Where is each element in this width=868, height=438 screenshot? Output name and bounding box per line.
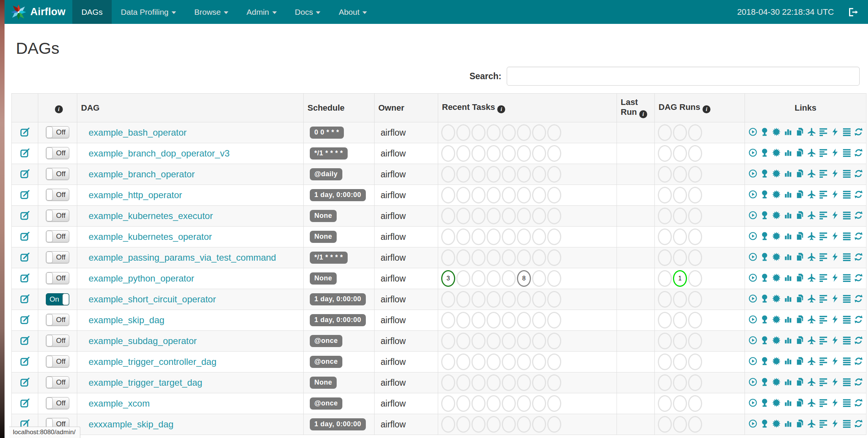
task-tries-icon[interactable]: Task Tries xyxy=(795,127,804,136)
task-duration-icon[interactable]: Task Duration xyxy=(784,357,793,366)
dag-run-circle[interactable] xyxy=(658,333,672,349)
dag-run-circle[interactable] xyxy=(673,291,687,308)
task-state-circle[interactable] xyxy=(547,187,561,203)
dag-link[interactable]: example_subdag_operator xyxy=(89,336,197,346)
dag-link[interactable]: example_trigger_target_dag xyxy=(89,377,202,388)
dag-pause-toggle[interactable]: Off xyxy=(46,189,69,201)
gantt-view-icon[interactable]: Gantt View xyxy=(819,211,828,220)
graph-view-icon[interactable]: Graph View xyxy=(772,357,781,366)
task-state-circle[interactable] xyxy=(547,145,561,162)
dag-run-circle[interactable] xyxy=(658,291,672,308)
logs-icon[interactable]: Logs xyxy=(842,357,851,366)
dag-link[interactable]: example_branch_dop_operator_v3 xyxy=(89,148,229,158)
info-icon[interactable]: i xyxy=(703,105,710,113)
dag-run-circle[interactable] xyxy=(673,124,687,141)
task-state-circle[interactable] xyxy=(441,187,455,203)
task-state-circle[interactable] xyxy=(532,416,546,433)
trigger-dag-icon[interactable]: Trigger Dag xyxy=(748,273,757,282)
task-tries-icon[interactable]: Task Tries xyxy=(795,211,804,220)
edit-dag-icon[interactable] xyxy=(20,356,30,366)
info-icon[interactable]: i xyxy=(497,105,505,113)
tree-view-icon[interactable]: Tree View xyxy=(760,232,769,241)
brand[interactable]: Airflow xyxy=(5,0,72,24)
task-state-circle[interactable] xyxy=(487,145,501,162)
task-state-circle[interactable] xyxy=(502,145,516,162)
task-state-circle[interactable] xyxy=(517,374,531,391)
dag-run-circle[interactable] xyxy=(688,416,702,433)
dag-run-circle[interactable] xyxy=(688,166,702,183)
dag-pause-toggle[interactable]: Off xyxy=(46,355,69,368)
task-state-circle[interactable] xyxy=(547,124,561,141)
gantt-view-icon[interactable]: Gantt View xyxy=(819,398,828,407)
task-state-circle[interactable] xyxy=(456,374,470,391)
code-view-icon[interactable]: Code View xyxy=(831,190,840,199)
logs-icon[interactable]: Logs xyxy=(842,398,851,407)
landing-times-icon[interactable]: Landing Times xyxy=(807,232,816,241)
code-view-icon[interactable]: Code View xyxy=(831,377,840,386)
graph-view-icon[interactable]: Graph View xyxy=(772,148,781,157)
trigger-dag-icon[interactable]: Trigger Dag xyxy=(748,377,757,386)
task-state-circle[interactable] xyxy=(441,395,455,412)
dag-run-circle[interactable] xyxy=(688,270,702,287)
task-state-circle[interactable] xyxy=(517,208,531,224)
refresh-icon[interactable]: Refresh xyxy=(854,190,863,199)
dag-run-circle[interactable] xyxy=(673,228,687,245)
dag-run-circle[interactable] xyxy=(658,395,672,412)
graph-view-icon[interactable]: Graph View xyxy=(772,419,781,428)
dag-run-circle[interactable] xyxy=(688,187,702,203)
task-state-circle[interactable] xyxy=(471,228,486,245)
task-duration-icon[interactable]: Task Duration xyxy=(784,398,793,407)
task-state-circle[interactable] xyxy=(487,187,501,203)
code-view-icon[interactable]: Code View xyxy=(831,357,840,366)
dag-pause-toggle[interactable]: On xyxy=(46,293,69,305)
task-tries-icon[interactable]: Task Tries xyxy=(795,148,804,157)
refresh-icon[interactable]: Refresh xyxy=(854,357,863,366)
tree-view-icon[interactable]: Tree View xyxy=(760,148,769,157)
dag-run-circle[interactable] xyxy=(673,416,687,433)
refresh-icon[interactable]: Refresh xyxy=(854,273,863,282)
task-state-circle[interactable] xyxy=(456,145,470,162)
graph-view-icon[interactable]: Graph View xyxy=(772,127,781,136)
task-state-circle[interactable] xyxy=(487,354,501,370)
dag-pause-toggle[interactable]: Off xyxy=(46,335,69,347)
gantt-view-icon[interactable]: Gantt View xyxy=(819,357,828,366)
dag-run-circle[interactable] xyxy=(688,124,702,141)
code-view-icon[interactable]: Code View xyxy=(831,315,840,324)
search-input[interactable] xyxy=(507,67,860,86)
task-state-circle[interactable] xyxy=(471,333,486,349)
task-state-circle[interactable] xyxy=(471,312,486,328)
task-state-circle[interactable] xyxy=(441,208,455,224)
task-state-circle[interactable] xyxy=(502,249,516,266)
dag-pause-toggle[interactable]: Off xyxy=(46,376,69,388)
task-state-circle[interactable] xyxy=(502,270,516,287)
dag-run-circle[interactable] xyxy=(673,187,687,203)
task-state-circle[interactable] xyxy=(532,395,546,412)
task-tries-icon[interactable]: Task Tries xyxy=(795,273,804,282)
logs-icon[interactable]: Logs xyxy=(842,336,851,345)
task-state-circle[interactable] xyxy=(456,395,470,412)
code-view-icon[interactable]: Code View xyxy=(831,169,840,178)
code-view-icon[interactable]: Code View xyxy=(831,211,840,220)
logs-icon[interactable]: Logs xyxy=(842,377,851,386)
task-state-circle[interactable] xyxy=(532,249,546,266)
task-duration-icon[interactable]: Task Duration xyxy=(784,148,793,157)
task-state-circle[interactable] xyxy=(471,374,486,391)
task-duration-icon[interactable]: Task Duration xyxy=(784,127,793,136)
task-duration-icon[interactable]: Task Duration xyxy=(784,294,793,303)
code-view-icon[interactable]: Code View xyxy=(831,232,840,241)
refresh-icon[interactable]: Refresh xyxy=(854,419,863,428)
trigger-dag-icon[interactable]: Trigger Dag xyxy=(748,315,757,324)
dag-run-circle[interactable] xyxy=(688,228,702,245)
task-state-circle[interactable] xyxy=(487,166,501,183)
landing-times-icon[interactable]: Landing Times xyxy=(807,211,816,220)
dag-link[interactable]: example_branch_operator xyxy=(89,169,195,179)
task-tries-icon[interactable]: Task Tries xyxy=(795,169,804,178)
refresh-icon[interactable]: Refresh xyxy=(854,336,863,345)
dag-link[interactable]: example_http_operator xyxy=(89,190,182,200)
dag-link[interactable]: example_skip_dag xyxy=(89,315,164,325)
tree-view-icon[interactable]: Tree View xyxy=(760,377,769,386)
dag-run-circle[interactable] xyxy=(673,374,687,391)
dag-run-circle[interactable] xyxy=(688,374,702,391)
tree-view-icon[interactable]: Tree View xyxy=(760,127,769,136)
task-state-circle[interactable] xyxy=(487,124,501,141)
